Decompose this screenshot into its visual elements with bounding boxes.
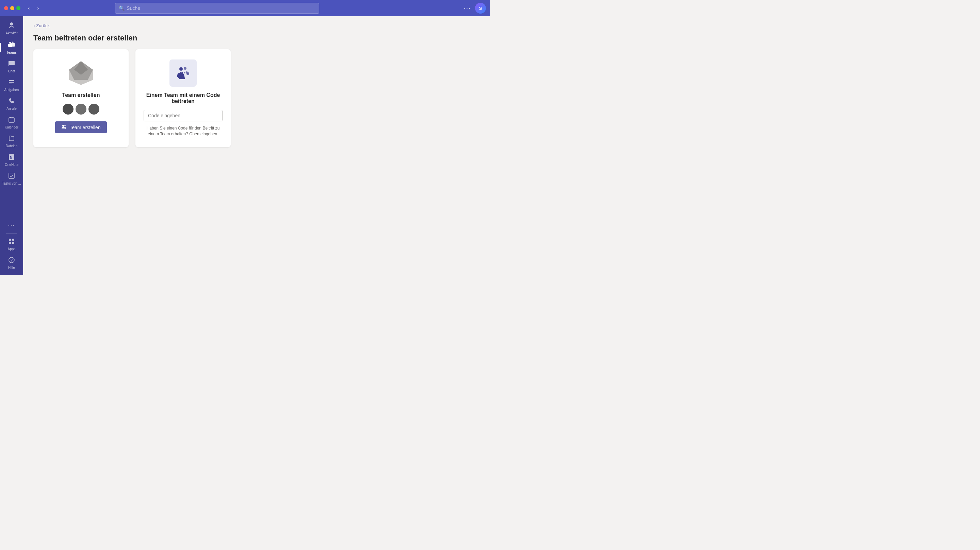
create-team-card-title: Team erstellen: [62, 92, 100, 98]
more-icon: ···: [8, 222, 15, 229]
avatar-group: [63, 104, 99, 114]
create-team-button[interactable]: Team erstellen: [55, 121, 107, 133]
svg-rect-13: [9, 173, 14, 179]
sidebar-label-chat: Chat: [8, 69, 15, 73]
title-bar-right: ··· S: [464, 3, 486, 14]
sidebar-item-calendar[interactable]: Kalender: [0, 113, 23, 132]
main-content: ‹ Zurück Team beitreten oder erstellen T…: [23, 16, 490, 275]
sidebar-label-apps: Apps: [8, 247, 16, 251]
close-button[interactable]: [4, 6, 8, 10]
avatar-3: [89, 104, 99, 114]
maximize-button[interactable]: [16, 6, 21, 10]
svg-point-32: [184, 72, 185, 73]
create-team-icon-btn: [61, 124, 67, 130]
sidebar-label-help: Hilfe: [8, 266, 15, 269]
sidebar-label-tasks: Aufgaben: [5, 88, 19, 92]
sidebar-item-calls[interactable]: Anrufe: [0, 95, 23, 113]
svg-point-34: [187, 73, 189, 74]
sidebar-item-activity[interactable]: Aktivität: [0, 19, 23, 38]
sidebar-item-chat[interactable]: Chat: [0, 57, 23, 76]
svg-point-33: [186, 73, 187, 74]
back-nav-button[interactable]: ‹: [26, 4, 32, 13]
sidebar-item-files[interactable]: Dateien: [0, 132, 23, 151]
create-team-button-label: Team erstellen: [69, 125, 100, 130]
svg-point-28: [184, 67, 186, 70]
sidebar-label-tasks2: Tasks von ...: [2, 182, 21, 185]
calls-icon: [8, 97, 15, 106]
forward-nav-button[interactable]: ›: [35, 4, 41, 13]
search-icon: 🔍: [119, 5, 124, 11]
teams-icon: [8, 40, 16, 50]
avatar-1: [63, 104, 73, 114]
svg-text:?: ?: [11, 258, 13, 262]
files-icon: [8, 135, 15, 143]
back-link[interactable]: ‹ Zurück: [33, 23, 480, 28]
svg-rect-5: [9, 82, 14, 82]
help-icon: ?: [8, 256, 15, 265]
join-team-card-title: Einem Team mit einem Code beitreten: [143, 92, 223, 105]
sidebar-item-onenote[interactable]: N OneNote: [0, 151, 23, 169]
svg-rect-14: [9, 239, 11, 241]
sidebar-item-tasks2[interactable]: Tasks von ...: [0, 169, 23, 188]
svg-rect-17: [12, 242, 14, 244]
more-options-button[interactable]: ···: [464, 5, 471, 12]
join-team-icon-wrap: [169, 60, 197, 87]
onenote-icon: N: [8, 153, 15, 162]
svg-point-24: [64, 125, 66, 126]
sidebar-item-more[interactable]: ···: [0, 219, 23, 232]
back-label: Zurück: [36, 23, 50, 28]
svg-rect-15: [12, 239, 14, 241]
create-team-icon: [67, 60, 95, 87]
sidebar: Aktivität Teams Chat: [0, 16, 23, 275]
app-body: Aktivität Teams Chat: [0, 16, 490, 275]
svg-point-23: [62, 125, 64, 127]
minimize-button[interactable]: [10, 6, 14, 10]
title-bar: ‹ › 🔍 ··· S: [0, 0, 490, 16]
sidebar-label-calendar: Kalender: [5, 125, 18, 129]
chat-icon: [8, 60, 15, 68]
join-team-icon: [176, 64, 191, 82]
tasks-icon: [8, 79, 15, 87]
search-bar: 🔍: [115, 3, 319, 14]
join-hint: Haben Sie einen Code für den Beitritt zu…: [143, 125, 223, 137]
svg-text:N: N: [10, 156, 12, 159]
activity-icon: [8, 22, 15, 30]
tasks2-icon: [8, 172, 15, 181]
join-team-card: Einem Team mit einem Code beitreten Habe…: [135, 49, 231, 147]
svg-point-2: [9, 42, 11, 44]
sidebar-item-help[interactable]: ? Hilfe: [0, 254, 23, 272]
svg-rect-7: [9, 117, 14, 122]
svg-rect-1: [8, 44, 12, 47]
sidebar-label-onenote: OneNote: [5, 163, 18, 166]
svg-point-31: [182, 72, 183, 73]
code-input[interactable]: [143, 110, 223, 121]
svg-rect-6: [9, 84, 12, 84]
svg-rect-16: [9, 242, 11, 244]
page-title: Team beitreten oder erstellen: [33, 34, 480, 43]
create-team-card: Team erstellen: [33, 49, 129, 147]
sidebar-item-apps[interactable]: Apps: [0, 235, 23, 254]
sidebar-item-tasks[interactable]: Aufgaben: [0, 76, 23, 95]
calendar-icon: [8, 116, 15, 124]
sidebar-item-teams[interactable]: Teams: [0, 38, 23, 57]
apps-icon: [8, 238, 15, 246]
svg-point-27: [179, 67, 183, 71]
svg-point-29: [178, 73, 179, 74]
sidebar-label-files: Dateien: [6, 144, 18, 148]
cards-row: Team erstellen: [33, 49, 480, 147]
avatar-2: [76, 104, 86, 114]
svg-point-30: [180, 72, 181, 73]
sidebar-label-activity: Aktivität: [5, 31, 18, 35]
svg-rect-4: [9, 80, 14, 81]
avatar[interactable]: S: [475, 3, 486, 14]
sidebar-divider: [6, 233, 17, 233]
traffic-lights: [4, 6, 21, 10]
back-chevron-icon: ‹: [33, 23, 35, 28]
search-input[interactable]: [127, 5, 315, 11]
sidebar-label-calls: Anrufe: [6, 107, 16, 111]
sidebar-label-teams: Teams: [6, 51, 16, 54]
svg-point-3: [12, 42, 14, 43]
